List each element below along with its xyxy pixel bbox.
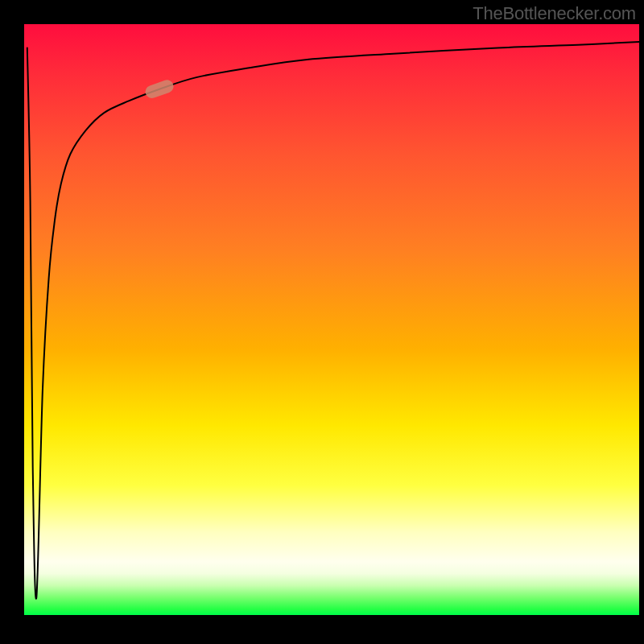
attribution-text: TheBottlenecker.com xyxy=(473,3,636,24)
plot-area xyxy=(24,24,639,615)
image-root: TheBottlenecker.com xyxy=(0,0,644,644)
